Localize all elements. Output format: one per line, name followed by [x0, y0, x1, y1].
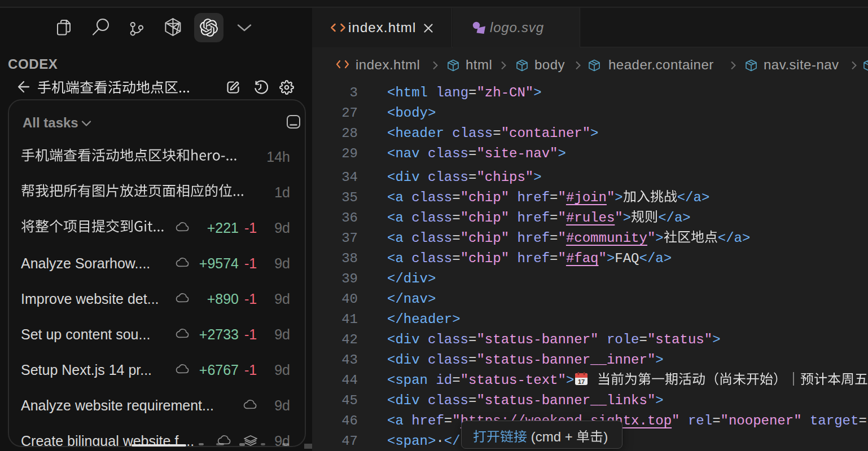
svg-text:17: 17	[578, 378, 585, 385]
